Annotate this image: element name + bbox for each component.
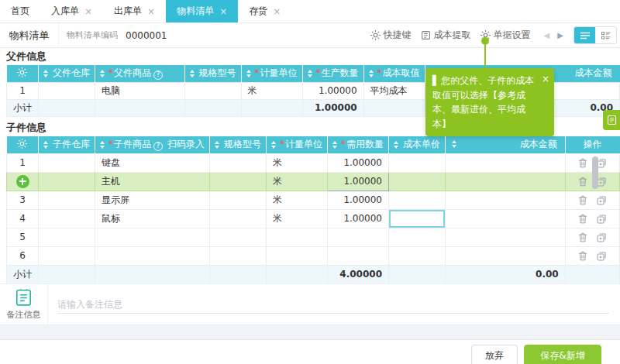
cell-price[interactable]	[389, 246, 446, 265]
cell-spec[interactable]	[210, 228, 267, 246]
sort-icon[interactable]	[452, 140, 456, 148]
cell-warehouse[interactable]	[39, 228, 95, 246]
delete-row-icon[interactable]	[578, 195, 587, 205]
copy-row-icon[interactable]	[597, 215, 606, 224]
tab-inbound[interactable]: 入库单×	[40, 0, 103, 22]
cell-spec[interactable]	[210, 172, 267, 191]
cell-spec[interactable]	[210, 153, 267, 172]
discard-button[interactable]: 放弃	[471, 345, 518, 364]
header-parent-cost-mode[interactable]: *成本取值	[363, 65, 425, 82]
sort-icon[interactable]	[394, 141, 398, 149]
cell-unit[interactable]: 米	[267, 191, 328, 209]
cell-product[interactable]: 鼠标	[95, 209, 210, 228]
close-icon[interactable]: ×	[147, 6, 155, 17]
sort-icon[interactable]	[308, 70, 312, 77]
cell-warehouse[interactable]	[39, 246, 95, 265]
cell-qty[interactable]: 1.00000	[328, 172, 389, 191]
help-icon[interactable]: ?	[153, 142, 163, 151]
cell-warehouse[interactable]	[39, 191, 95, 209]
cell-parent-product[interactable]: 电脑	[95, 82, 185, 99]
header-child-amount[interactable]: 成本金额	[446, 136, 566, 153]
tab-home[interactable]: 首页	[0, 0, 40, 22]
cell-unit[interactable]: 米	[267, 172, 328, 191]
sort-icon[interactable]	[43, 141, 48, 149]
delete-row-icon[interactable]	[578, 214, 587, 224]
sort-icon[interactable]	[100, 70, 105, 77]
tab-inventory[interactable]: 存货×	[238, 0, 291, 22]
close-icon[interactable]: ×	[273, 6, 281, 17]
doc-subtab[interactable]: 物料清单	[0, 23, 59, 47]
help-icon[interactable]: ?	[153, 70, 163, 80]
close-icon[interactable]: ×	[542, 72, 549, 87]
cell-parent-unit[interactable]: 米	[241, 82, 302, 99]
header-parent-spec[interactable]: 规格型号	[184, 65, 241, 82]
cell-product[interactable]	[95, 246, 210, 265]
cell-product[interactable]: 显示屏	[95, 191, 210, 209]
header-parent-qty[interactable]: *生产数量	[302, 65, 363, 82]
cell-price-focused[interactable]	[389, 209, 446, 228]
cell-spec[interactable]	[210, 209, 267, 228]
cell-qty[interactable]: 1.00000	[328, 209, 389, 228]
shortcut-keys-button[interactable]: 快捷键	[370, 29, 412, 42]
cell-spec[interactable]	[210, 246, 267, 265]
tab-bom-active[interactable]: 物料清单×	[166, 0, 238, 22]
close-icon[interactable]: ×	[219, 6, 227, 17]
cell-qty[interactable]	[328, 228, 389, 246]
cell-product[interactable]	[95, 228, 210, 246]
cell-qty[interactable]: 1.00000	[328, 153, 389, 172]
copy-row-icon[interactable]	[597, 252, 606, 261]
sort-icon[interactable]	[190, 70, 195, 77]
sort-icon[interactable]	[271, 141, 276, 149]
delete-row-icon[interactable]	[578, 158, 587, 168]
header-child-qty[interactable]: *需用数量	[328, 136, 389, 153]
cell-warehouse[interactable]	[39, 209, 95, 228]
cell-price[interactable]	[389, 191, 446, 209]
tab-outbound[interactable]: 出库单×	[103, 0, 166, 22]
cell-qty[interactable]	[328, 246, 389, 265]
sort-icon[interactable]	[332, 141, 337, 149]
cell-warehouse[interactable]	[39, 153, 95, 172]
header-child-product[interactable]: *子件商品?扫码录入	[95, 136, 210, 153]
scan-entry-link[interactable]: 扫码录入	[167, 139, 205, 149]
copy-row-icon[interactable]	[597, 177, 606, 187]
card-view-toggle[interactable]	[595, 27, 616, 43]
copy-row-icon[interactable]	[597, 196, 606, 205]
next-arrow-icon[interactable]: ▶	[557, 31, 563, 39]
header-child-spec[interactable]: 规格型号	[210, 136, 267, 153]
copy-row-icon[interactable]	[597, 159, 606, 168]
header-parent-product[interactable]: *父件商品?	[95, 65, 185, 82]
cell-qty[interactable]: 1.00000	[328, 191, 389, 209]
sort-icon[interactable]	[215, 141, 219, 149]
header-parent-warehouse[interactable]: 父件仓库	[39, 65, 95, 82]
cell-parent-spec[interactable]	[184, 82, 241, 99]
save-and-new-button[interactable]: 保存&新增	[524, 345, 601, 364]
sort-icon[interactable]	[43, 70, 48, 77]
cell-product[interactable]: 键盘	[95, 153, 210, 172]
cell-unit[interactable]	[267, 228, 328, 246]
list-view-toggle[interactable]	[574, 27, 595, 43]
column-settings-header[interactable]	[7, 65, 39, 82]
close-icon[interactable]: ×	[84, 6, 92, 17]
sort-icon[interactable]	[246, 70, 251, 77]
add-row-icon[interactable]	[16, 175, 29, 188]
delete-row-icon[interactable]	[578, 177, 587, 187]
cell-unit[interactable]: 米	[267, 209, 328, 228]
vertical-scrollbar-thumb[interactable]	[592, 156, 598, 189]
cost-extract-button[interactable]: 成本提取	[421, 29, 471, 42]
cell-parent-warehouse[interactable]	[39, 82, 95, 99]
delete-row-icon[interactable]	[578, 232, 587, 242]
cell-price[interactable]	[389, 228, 446, 246]
prev-arrow-icon[interactable]: ◀	[544, 31, 550, 39]
sort-icon[interactable]	[369, 70, 374, 77]
cell-price[interactable]	[389, 172, 446, 191]
header-parent-unit[interactable]: *计量单位	[241, 65, 302, 82]
column-settings-header[interactable]	[7, 136, 39, 153]
header-child-price[interactable]: 成本单价	[389, 136, 446, 153]
header-child-warehouse[interactable]: 子件仓库	[39, 136, 95, 153]
cell-parent-cost-mode[interactable]: 平均成本	[363, 82, 425, 99]
cell-product[interactable]: 主机	[95, 172, 210, 191]
cell-spec[interactable]	[210, 191, 267, 209]
copy-row-icon[interactable]	[597, 233, 606, 242]
cell-parent-qty[interactable]: 1.00000	[302, 82, 363, 99]
cell-warehouse[interactable]	[39, 172, 95, 191]
